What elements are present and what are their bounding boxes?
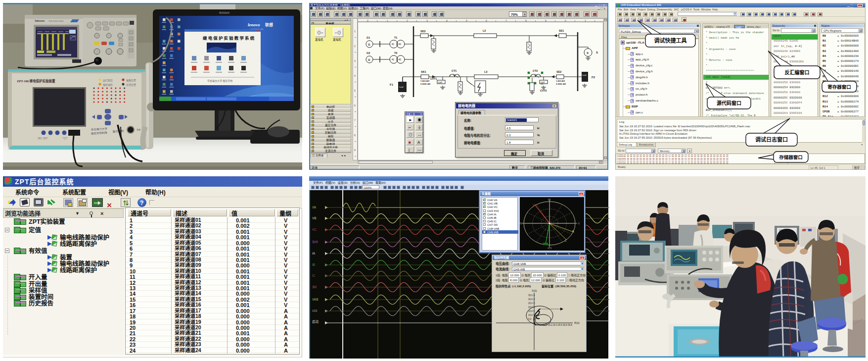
svg-text:VB: VB	[312, 215, 317, 220]
svg-text:Tektronix: Tektronix	[35, 20, 45, 22]
svg-text:270: 270	[548, 247, 552, 250]
svg-text:电源: 电源	[137, 128, 140, 131]
svg-text:lenovo: lenovo	[248, 21, 260, 28]
svg-text:启动: 启动	[312, 319, 319, 324]
svg-text:调试快捷工具: 调试快捷工具	[654, 36, 687, 44]
svg-text:华北电力大学 保定华仿: 华北电力大学 保定华仿	[207, 79, 232, 83]
svg-text:运行指示: 运行指示	[103, 78, 113, 82]
svg-text:25.0: 25.0	[528, 302, 533, 305]
svg-text:调试日志窗口: 调试日志窗口	[755, 135, 788, 143]
svg-text:R(Ω): R(Ω)	[574, 321, 580, 324]
svg-text:0: 0	[578, 222, 580, 225]
svg-text:IC: IC	[312, 273, 316, 278]
svg-text:存储器窗口: 存储器窗口	[778, 154, 803, 160]
svg-text:TDS 1012C-EDU: TDS 1012C-EDU	[48, 20, 64, 22]
svg-text:lenovo: lenovo	[219, 11, 229, 14]
svg-text:90: 90	[548, 198, 551, 201]
svg-text:3V0: 3V0	[312, 239, 318, 244]
svg-text:联想: 联想	[265, 22, 273, 27]
svg-text:ZPT-100 继电保护实验装置: ZPT-100 继电保护实验装置	[17, 78, 55, 83]
svg-text:IA: IA	[312, 251, 316, 256]
svg-text:10.0: 10.0	[528, 314, 533, 316]
svg-text:*[]*: *[]*	[62, 137, 68, 140]
svg-text:反汇编窗口: 反汇编窗口	[785, 68, 810, 76]
svg-text:35.0: 35.0	[528, 294, 533, 297]
svg-text:180: 180	[520, 222, 522, 225]
svg-text:继 电 保 护 实 验 教 学 系 统: 继 电 保 护 实 验 教 学 系 统	[203, 35, 255, 41]
svg-text:IAB: IAB	[312, 308, 317, 313]
svg-text:[O]-[O]*: [O]-[O]*	[38, 137, 48, 140]
svg-text:X(Ω): X(Ω)	[532, 289, 537, 292]
svg-text:故障告警: 故障告警	[126, 78, 136, 82]
svg-text:3I0: 3I0	[312, 284, 317, 289]
svg-text:VC: VC	[312, 227, 317, 232]
svg-text:寄存器窗口: 寄存器窗口	[827, 83, 851, 90]
svg-text:5.0: 5.0	[528, 318, 532, 320]
svg-text:异常告警: 异常告警	[126, 83, 136, 87]
svg-text:30.0: 30.0	[528, 298, 533, 301]
svg-text:C: C	[565, 239, 567, 242]
svg-text:IB: IB	[312, 262, 315, 267]
svg-text:源代码窗口: 源代码窗口	[717, 99, 741, 106]
svg-text:VAB: VAB	[312, 297, 319, 302]
svg-text:VA: VA	[312, 205, 317, 209]
svg-text:保护动作: 保护动作	[103, 83, 113, 87]
svg-text:VA: VA	[533, 204, 536, 206]
